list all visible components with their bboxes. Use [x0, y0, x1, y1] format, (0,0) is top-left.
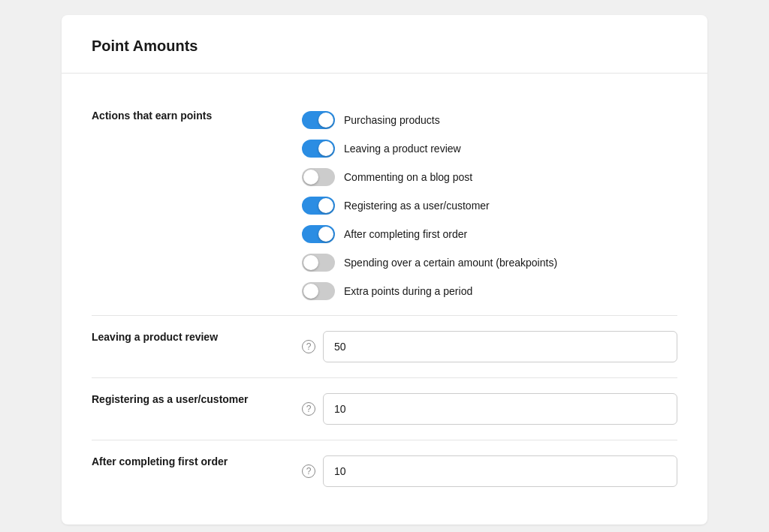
toggle-label-extra-points-period: Extra points during a period — [344, 285, 472, 297]
toggle-thumb — [303, 284, 318, 299]
first-order-row: After completing first order ? — [92, 440, 677, 502]
toggle-label-first-order: After completing first order — [344, 228, 467, 240]
toggle-item-spending-breakpoints: Spending over a certain amount (breakpoi… — [302, 254, 677, 272]
toggle-thumb — [303, 170, 318, 185]
toggle-thumb — [318, 141, 333, 156]
toggles-list-container: Purchasing products Leaving a product re… — [302, 110, 677, 300]
toggles-list: Purchasing products Leaving a product re… — [302, 111, 677, 300]
first-order-label: After completing first order — [92, 455, 228, 467]
toggle-label-leaving-review: Leaving a product review — [344, 143, 461, 155]
toggle-label-registering-user: Registering as a user/customer — [344, 200, 490, 212]
page-title: Point Amounts — [92, 38, 677, 55]
toggle-item-leaving-review: Leaving a product review — [302, 140, 677, 158]
toggle-item-registering-user: Registering as a user/customer — [302, 197, 677, 215]
registering-user-input[interactable] — [323, 393, 677, 425]
toggle-thumb — [318, 227, 333, 242]
registering-user-label: Registering as a user/customer — [92, 393, 249, 405]
toggle-purchasing-products[interactable] — [302, 111, 335, 129]
toggle-label-commenting-blog: Commenting on a blog post — [344, 171, 472, 183]
first-order-input[interactable] — [323, 455, 677, 487]
toggle-extra-points-period[interactable] — [302, 282, 335, 300]
first-order-help-icon[interactable]: ? — [302, 464, 315, 478]
toggle-item-extra-points-period: Extra points during a period — [302, 282, 677, 300]
toggle-thumb — [318, 198, 333, 213]
section-divider — [62, 73, 707, 74]
registering-user-label-block: Registering as a user/customer — [92, 393, 302, 405]
leaving-review-row: Leaving a product review ? — [92, 316, 677, 378]
toggle-thumb — [303, 255, 318, 270]
first-order-label-block: After completing first order — [92, 455, 302, 467]
toggle-spending-breakpoints[interactable] — [302, 254, 335, 272]
leaving-review-field-container: ? — [302, 331, 677, 362]
toggle-item-first-order: After completing first order — [302, 225, 677, 243]
toggle-label-purchasing-products: Purchasing products — [344, 114, 440, 126]
actions-label: Actions that earn points — [92, 110, 302, 122]
leaving-review-help-icon[interactable]: ? — [302, 340, 315, 353]
actions-earn-points-row: Actions that earn points Purchasing prod… — [92, 95, 677, 316]
toggle-item-purchasing-products: Purchasing products — [302, 111, 677, 129]
toggle-registering-user[interactable] — [302, 197, 335, 215]
leaving-review-input[interactable] — [323, 331, 677, 362]
toggle-commenting-blog[interactable] — [302, 168, 335, 186]
toggle-item-commenting-blog: Commenting on a blog post — [302, 168, 677, 186]
leaving-review-label-block: Leaving a product review — [92, 331, 302, 343]
registering-user-field-container: ? — [302, 393, 677, 425]
leaving-review-label: Leaving a product review — [92, 331, 218, 343]
toggle-thumb — [318, 113, 333, 128]
toggle-label-spending-breakpoints: Spending over a certain amount (breakpoi… — [344, 257, 557, 269]
registering-user-help-icon[interactable]: ? — [302, 402, 315, 416]
toggle-first-order[interactable] — [302, 225, 335, 243]
toggle-leaving-review[interactable] — [302, 140, 335, 158]
registering-user-row: Registering as a user/customer ? — [92, 378, 677, 440]
first-order-field-container: ? — [302, 455, 677, 487]
